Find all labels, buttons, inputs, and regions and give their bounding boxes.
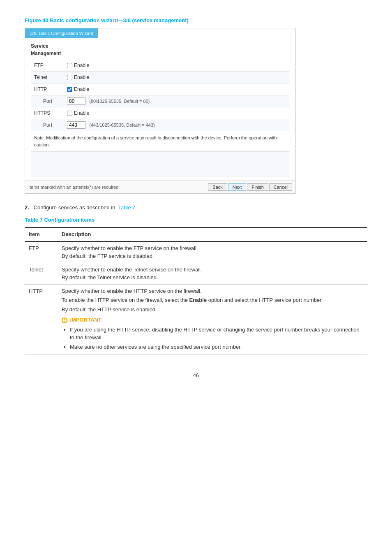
https-label: HTTPS	[31, 107, 64, 119]
telnet-enable-text: Enable	[74, 74, 89, 81]
http-port-row: Port (80/1025-65535, Default = 80)	[31, 95, 290, 107]
wizard-tab: 3/6: Basic Configuration Wizard	[25, 28, 295, 39]
back-button[interactable]: Back	[208, 183, 227, 191]
finish-button[interactable]: Finish	[247, 183, 268, 191]
ftp-row: FTP Enable	[31, 60, 290, 72]
wizard-box: 3/6: Basic Configuration Wizard Service …	[25, 28, 296, 194]
note-row: Note: Modification of the configuration …	[31, 131, 290, 152]
wizard-service-table: FTP Enable Telnet Enab	[31, 60, 290, 176]
important-icon: !	[62, 317, 67, 323]
table-desc-http: Specify whether to enable the HTTP servi…	[58, 284, 367, 355]
important-bullets: If you are using the HTTP service, disab…	[62, 326, 363, 351]
next-button[interactable]: Next	[228, 183, 247, 191]
https-enable-text: Enable	[74, 109, 89, 117]
config-table: Item Description FTP Specify whether to …	[25, 227, 367, 355]
table-row-telnet: Telnet Specify whether to enable the Tel…	[25, 263, 367, 284]
wizard-buttons: Back Next Finish Cancel	[208, 183, 292, 191]
http-desc-3: By default, the HTTP service is enabled.	[62, 306, 363, 314]
table-item-telnet: Telnet	[25, 263, 58, 284]
ftp-desc-1: Specify whether to enable the FTP servic…	[62, 244, 363, 253]
page-number: 46	[25, 371, 367, 380]
http-port-input[interactable]	[67, 97, 85, 105]
important-label: IMPORTANT:	[70, 317, 103, 323]
http-label: HTTP	[31, 83, 64, 95]
step-text: Configure services as described in	[34, 204, 115, 211]
http-port-cell: (80/1025-65535, Default = 80)	[64, 95, 275, 107]
https-enable-label[interactable]: Enable	[67, 109, 272, 117]
telnet-desc-2: By default, the Telnet service is disabl…	[62, 273, 363, 282]
config-table-header-row: Item Description	[25, 227, 367, 241]
http-enable-cell: Enable	[64, 83, 275, 95]
https-port-input[interactable]	[67, 121, 85, 129]
telnet-desc-1: Specify whether to enable the Telnet ser…	[62, 266, 363, 274]
telnet-enable-cell: Enable	[64, 72, 275, 83]
footer-note: Items marked with an asterisk(*) are req…	[28, 184, 118, 191]
http-desc-1: Specify whether to enable the HTTP servi…	[62, 287, 363, 295]
enable-bold: Enable	[189, 297, 207, 303]
step-description: 2. Configure services as described in Ta…	[25, 204, 367, 212]
http-row: HTTP Enable	[31, 83, 290, 95]
https-port-hint: (443/1025-65535, Default = 443)	[89, 123, 154, 127]
table-desc-telnet: Specify whether to enable the Telnet ser…	[58, 263, 367, 284]
http-port-label: Port	[31, 95, 64, 107]
http-enable-label[interactable]: Enable	[67, 86, 272, 93]
wizard-tab-label: 3/6: Basic Configuration Wizard	[25, 28, 98, 39]
step-number: 2.	[25, 204, 29, 211]
table-row-ftp: FTP Specify whether to enable the FTP se…	[25, 241, 367, 263]
https-port-cell: (443/1025-65535, Default = 443)	[64, 119, 275, 131]
important-bullet-1: If you are using the HTTP service, disab…	[70, 326, 363, 342]
important-bullet-2: Make sure no other services are using th…	[70, 343, 363, 351]
table-desc-ftp: Specify whether to enable the FTP servic…	[58, 241, 367, 263]
ftp-label: FTP	[31, 60, 64, 72]
spacer-row	[31, 152, 290, 176]
telnet-row: Telnet Enable	[31, 72, 290, 83]
ftp-enable-cell: Enable	[64, 60, 275, 72]
https-checkbox[interactable]	[67, 111, 72, 116]
wizard-section-title: Service Management	[31, 42, 290, 57]
config-table-title: Table 7 Configuration items	[25, 216, 367, 224]
col-description: Description	[58, 227, 367, 241]
http-checkbox[interactable]	[67, 87, 72, 92]
table-item-http: HTTP	[25, 284, 58, 355]
table-item-ftp: FTP	[25, 241, 58, 263]
cancel-button[interactable]: Cancel	[269, 183, 292, 191]
important-section: ! IMPORTANT: If you are using the HTTP s…	[62, 316, 363, 351]
http-enable-text: Enable	[74, 86, 89, 93]
wizard-footer: Items marked with an asterisk(*) are req…	[25, 181, 295, 193]
https-port-row: Port (443/1025-65535, Default = 443)	[31, 119, 290, 131]
http-desc-2: To enable the HTTP service on the firewa…	[62, 296, 363, 304]
figure-title: Figure 40 Basic configuration wizard—3/6…	[25, 16, 367, 25]
wizard-note: Note: Modification of the configuration …	[34, 135, 277, 147]
table7-link[interactable]: Table 7	[118, 204, 135, 211]
http-port-hint: (80/1025-65535, Default = 80)	[89, 99, 150, 104]
telnet-enable-label[interactable]: Enable	[67, 74, 272, 81]
wizard-content: Service Management FTP Enable	[25, 38, 295, 181]
https-enable-cell: Enable	[64, 107, 275, 119]
ftp-enable-label[interactable]: Enable	[67, 62, 272, 69]
step-text-after: .	[135, 204, 137, 211]
ftp-checkbox[interactable]	[67, 63, 72, 68]
telnet-label: Telnet	[31, 72, 64, 83]
telnet-checkbox[interactable]	[67, 75, 72, 80]
ftp-desc-2: By default, the FTP service is disabled.	[62, 252, 363, 260]
ftp-enable-text: Enable	[74, 62, 89, 69]
https-port-label: Port	[31, 119, 64, 131]
table-row-http: HTTP Specify whether to enable the HTTP …	[25, 284, 367, 355]
https-row: HTTPS Enable	[31, 107, 290, 119]
col-item: Item	[25, 227, 58, 241]
